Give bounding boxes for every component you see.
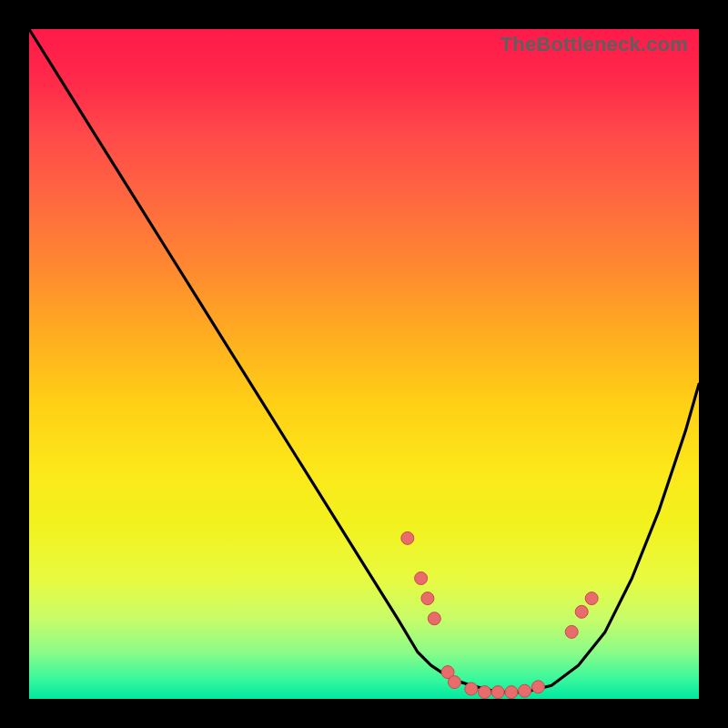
data-point (421, 592, 434, 605)
data-point (505, 686, 518, 699)
chart-frame: TheBottleneck.com (0, 0, 728, 728)
data-point (401, 531, 414, 544)
data-point (585, 592, 598, 605)
plot-area: TheBottleneck.com (29, 29, 699, 699)
data-point (448, 676, 460, 689)
bottleneck-curve (29, 29, 699, 693)
data-point (575, 605, 588, 618)
data-point (415, 572, 428, 585)
data-point (491, 686, 504, 699)
data-point (531, 681, 544, 693)
chart-svg (29, 29, 699, 699)
data-point (519, 684, 531, 697)
data-point (428, 612, 440, 625)
data-point (479, 686, 491, 699)
data-point (565, 625, 578, 638)
data-point (465, 682, 478, 695)
